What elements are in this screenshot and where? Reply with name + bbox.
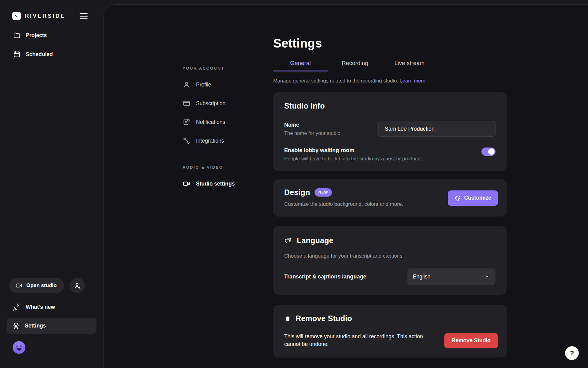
studio-name-input[interactable] <box>378 121 496 137</box>
settings-subnav: YOUR ACCOUNT Profile Subscription <box>183 66 241 197</box>
folder-icon <box>13 31 21 39</box>
customize-button[interactable]: Customize <box>448 190 498 206</box>
tab-live-stream[interactable]: Live stream <box>382 56 437 71</box>
language-card: Language Choose a language for your tran… <box>273 226 507 295</box>
subnav-item-label: Integrations <box>196 138 224 144</box>
selected-language: English <box>413 274 430 280</box>
credit-card-icon <box>183 99 190 107</box>
subnav-item-label: Notifications <box>196 119 225 125</box>
name-help: The name for your studio. <box>284 130 342 136</box>
subnav-item-integrations[interactable]: Integrations <box>183 136 241 146</box>
sidebar-item-label: Projects <box>26 32 47 39</box>
user-avatar[interactable] <box>13 341 25 354</box>
subnav-section-title: YOUR ACCOUNT <box>183 66 241 71</box>
language-description: Choose a language for your transcript an… <box>284 253 496 259</box>
card-title: Language <box>297 236 334 245</box>
learn-more-link[interactable]: Learn more <box>400 78 425 83</box>
remove-studio-button[interactable]: Remove Studio <box>444 333 498 348</box>
tab-recording[interactable]: Recording <box>328 56 382 71</box>
subnav-item-notifications[interactable]: Notifications <box>183 117 241 127</box>
new-badge: NEW <box>315 188 332 197</box>
language-row: Transcript & captions language English <box>284 268 496 285</box>
lobby-label: Enable lobby waiting room <box>284 147 423 154</box>
sidebar-item-label: Scheduled <box>26 51 53 58</box>
design-card: Design NEW Customize the studio backgrou… <box>273 179 507 217</box>
gear-icon <box>12 322 20 330</box>
chat-bubbles-icon <box>284 236 292 245</box>
subnav-item-profile[interactable]: Profile <box>183 80 241 90</box>
riverside-logo-icon <box>12 12 21 20</box>
palette-icon <box>454 195 461 201</box>
party-popper-icon <box>13 303 21 311</box>
sidebar-item-scheduled[interactable]: Scheduled <box>13 50 53 58</box>
name-label: Name <box>284 122 342 128</box>
settings-content: Settings General Recording Live stream M… <box>273 37 507 358</box>
card-title: Remove Studio <box>296 314 352 323</box>
open-studio-label: Open studio <box>26 282 57 289</box>
riverside-app: RIVERSIDE Projects Scheduled Open studio <box>0 0 588 368</box>
sidebar: RIVERSIDE Projects Scheduled Open studio <box>0 0 103 368</box>
question-mark-icon: ? <box>570 349 574 357</box>
card-title: Studio info <box>284 102 496 110</box>
notification-list-icon <box>183 118 190 126</box>
subnav-item-label: Subscription <box>196 100 225 107</box>
whats-new-label: What’s new <box>26 304 55 310</box>
lobby-help: People will have to be let into the stud… <box>284 156 423 162</box>
customize-label: Customize <box>464 195 491 201</box>
language-select[interactable]: English <box>407 268 496 285</box>
tab-general[interactable]: General <box>273 56 328 71</box>
trash-icon <box>284 315 291 322</box>
subnav-item-label: Studio settings <box>196 181 235 187</box>
calendar-icon <box>13 50 21 58</box>
brand-name: RIVERSIDE <box>25 13 66 19</box>
video-camera-icon <box>183 180 190 188</box>
help-button[interactable]: ? <box>565 346 579 360</box>
brand-logo[interactable]: RIVERSIDE <box>12 12 66 20</box>
subnav-item-label: Profile <box>196 82 211 88</box>
chevron-down-icon <box>484 274 490 280</box>
sidebar-item-settings-active[interactable]: Settings <box>7 318 96 334</box>
studio-info-card: Studio info Name The name for your studi… <box>273 92 507 171</box>
subnav-item-studio-settings[interactable]: Studio settings <box>183 179 241 189</box>
card-title: Design <box>284 188 310 197</box>
main-panel: YOUR ACCOUNT Profile Subscription <box>103 4 588 368</box>
lobby-toggle-on[interactable] <box>481 148 496 156</box>
page-title: Settings <box>273 37 507 49</box>
open-studio-button[interactable]: Open studio <box>9 278 64 293</box>
video-camera-icon <box>15 282 23 289</box>
person-add-icon <box>74 282 81 289</box>
remove-studio-card: Remove Studio This will remove your stud… <box>273 305 507 358</box>
person-icon <box>183 81 190 89</box>
page-description: Manage general settings related to the r… <box>273 78 507 84</box>
sidebar-item-projects[interactable]: Projects <box>13 31 47 39</box>
description-text: Manage general settings related to the r… <box>273 78 398 83</box>
integrations-route-icon <box>183 137 190 145</box>
invite-member-button[interactable] <box>70 278 85 293</box>
studio-name-row: Name The name for your studio. <box>284 121 496 137</box>
lobby-row: Enable lobby waiting room People will ha… <box>284 147 496 162</box>
whats-new-button[interactable]: What’s new <box>13 303 55 311</box>
subnav-section-title: AUDIO & VIDEO <box>183 165 241 170</box>
remove-description: This will remove your studio and all rec… <box>284 333 440 348</box>
language-field-label: Transcript & captions language <box>284 274 366 280</box>
subnav-item-subscription[interactable]: Subscription <box>183 98 241 108</box>
tab-bar: General Recording Live stream <box>273 56 507 71</box>
menu-toggle-icon[interactable] <box>79 12 88 20</box>
settings-label: Settings <box>25 323 46 329</box>
